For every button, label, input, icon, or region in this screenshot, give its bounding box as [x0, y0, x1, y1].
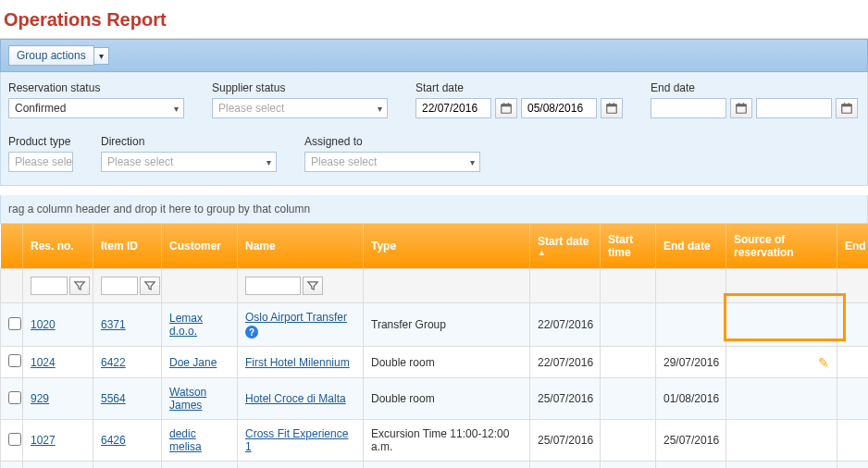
start-date-cell: 22/07/2016 — [538, 356, 593, 369]
item-id-link[interactable]: 6426 — [101, 434, 126, 447]
col-name[interactable]: Name — [238, 224, 364, 269]
type-cell: Double room — [371, 392, 435, 405]
page-title: Operations Report — [0, 0, 868, 39]
name-link[interactable]: First Hotel Milennium — [245, 356, 350, 369]
sort-asc-icon: ▲ — [538, 248, 592, 257]
col-res-no[interactable]: Res. no. — [23, 224, 93, 269]
customer-link[interactable]: dedic melisa — [169, 427, 202, 453]
group-actions-dropdown[interactable]: ▾ — [94, 47, 109, 65]
info-icon[interactable]: ? — [245, 326, 258, 339]
filter-icon[interactable] — [303, 277, 323, 295]
end-date-cell: 01/08/2016 — [663, 392, 719, 405]
col-item-id[interactable]: Item ID — [93, 224, 162, 269]
start-date-to-input[interactable] — [521, 98, 597, 118]
item-id-link[interactable]: 5564 — [101, 392, 126, 405]
res-no-link[interactable]: 1027 — [31, 434, 56, 447]
filter-item-id-input[interactable] — [101, 277, 138, 295]
end-date-cell: 29/07/2016 — [663, 356, 719, 369]
supplier-status-label: Supplier status — [212, 81, 388, 94]
table-row: 10276426dedic melisaCross Fit Experience… — [1, 420, 869, 462]
row-checkbox[interactable] — [8, 433, 21, 446]
results-grid: Res. no. Item ID Customer Name Type Star… — [0, 224, 868, 468]
name-link[interactable]: Oslo Airport Transfer — [245, 311, 347, 324]
toolbar: Group actions ▾ — [0, 39, 868, 72]
filter-icon[interactable] — [69, 277, 90, 295]
direction-select[interactable]: Please select — [101, 152, 277, 172]
start-date-label: Start date — [415, 81, 623, 94]
reservation-status-select[interactable]: Confirmed — [8, 98, 184, 118]
assigned-to-label: Assigned to — [304, 135, 480, 148]
calendar-icon[interactable] — [836, 98, 858, 118]
filters-panel: Reservation status Confirmed ▾ Supplier … — [0, 72, 868, 186]
res-no-link[interactable]: 1020 — [31, 318, 56, 331]
svg-rect-10 — [738, 103, 739, 105]
table-row: 10206371Lemax d.o.o.Oslo Airport Transfe… — [1, 303, 869, 347]
row-checkbox[interactable] — [8, 391, 21, 404]
assigned-to-select[interactable]: Please select — [304, 152, 480, 172]
name-link[interactable]: Hotel Croce di Malta — [245, 392, 346, 405]
col-start-date[interactable]: Start date▲ — [530, 224, 601, 269]
group-actions-button[interactable]: Group actions — [8, 45, 94, 66]
item-id-link[interactable]: 6422 — [101, 356, 126, 369]
header-row: Res. no. Item ID Customer Name Type Star… — [1, 224, 869, 269]
type-cell: Transfer Group — [371, 318, 446, 331]
svg-rect-11 — [743, 103, 744, 105]
filter-res-no-input[interactable] — [31, 277, 68, 295]
filter-row — [1, 269, 869, 303]
svg-rect-6 — [609, 103, 610, 105]
svg-rect-9 — [737, 105, 747, 106]
svg-rect-3 — [508, 103, 509, 105]
calendar-icon[interactable] — [495, 98, 517, 118]
col-checkbox[interactable] — [1, 224, 23, 269]
col-customer[interactable]: Customer — [162, 224, 238, 269]
svg-rect-13 — [842, 105, 852, 106]
res-no-link[interactable]: 1024 — [31, 356, 56, 369]
customer-link[interactable]: Doe Jane — [169, 356, 217, 369]
start-date-cell: 25/07/2016 — [538, 392, 593, 405]
end-date-label: End date — [651, 81, 858, 94]
type-cell: Excursion Time 11:00-12:00 a.m. — [371, 427, 509, 453]
svg-rect-14 — [844, 103, 845, 105]
svg-rect-15 — [849, 103, 849, 105]
table-row: 9295564Watson JamesHotel Croce di MaltaD… — [1, 378, 869, 420]
item-id-link[interactable]: 6371 — [101, 318, 126, 331]
table-row: 3502017De Ville SunnyHotel AndrijaDouble… — [1, 462, 869, 469]
start-date-from-input[interactable] — [415, 98, 491, 118]
col-start-time[interactable]: Start time — [601, 224, 656, 269]
calendar-icon[interactable] — [730, 98, 752, 118]
customer-link[interactable]: Watson James — [169, 386, 206, 412]
product-type-select[interactable]: Please selec — [8, 152, 73, 172]
filter-icon[interactable] — [140, 277, 160, 295]
svg-rect-7 — [614, 103, 614, 105]
row-checkbox[interactable] — [8, 317, 21, 330]
customer-link[interactable]: Lemax d.o.o. — [169, 312, 203, 338]
start-date-cell: 22/07/2016 — [538, 318, 593, 331]
calendar-icon[interactable] — [601, 98, 623, 118]
col-end-date[interactable]: End date — [656, 224, 726, 269]
reservation-status-label: Reservation status — [8, 81, 184, 94]
supplier-status-select[interactable]: Please select — [212, 98, 388, 118]
col-source[interactable]: Source of reservation — [726, 224, 837, 269]
col-type[interactable]: Type — [364, 224, 530, 269]
end-date-to-input[interactable] — [756, 98, 832, 118]
res-no-link[interactable]: 929 — [31, 392, 49, 405]
row-checkbox[interactable] — [8, 354, 21, 367]
svg-rect-5 — [607, 105, 617, 106]
col-end[interactable]: End — [837, 224, 869, 269]
product-type-label: Product type — [8, 135, 73, 148]
filter-name-input[interactable] — [245, 277, 301, 295]
name-link[interactable]: Cross Fit Experience 1 — [245, 427, 348, 453]
end-date-cell: 25/07/2016 — [663, 434, 719, 447]
type-cell: Double room — [371, 356, 435, 369]
svg-rect-1 — [502, 105, 512, 106]
group-by-hint[interactable]: rag a column header and drop it here to … — [0, 195, 868, 224]
start-date-cell: 25/07/2016 — [538, 434, 593, 447]
svg-rect-2 — [503, 103, 504, 105]
direction-label: Direction — [101, 135, 277, 148]
table-row: 10246422Doe JaneFirst Hotel MilenniumDou… — [1, 347, 869, 378]
pencil-icon[interactable]: ✎ — [818, 355, 829, 370]
end-date-from-input[interactable] — [651, 98, 726, 118]
